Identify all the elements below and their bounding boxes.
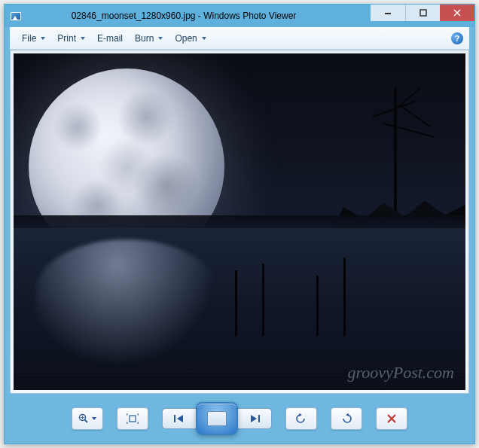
- toolbar: [10, 399, 469, 438]
- navigation-group: [162, 402, 272, 435]
- rotate-cw-icon: [340, 413, 352, 424]
- titlebar[interactable]: 02846_moonset_1280x960.jpg - Windows Pho…: [5, 5, 474, 27]
- menu-open[interactable]: Open: [169, 30, 212, 47]
- maximize-button[interactable]: [405, 5, 440, 21]
- menu-burn[interactable]: Burn: [129, 30, 169, 47]
- help-button[interactable]: ?: [451, 32, 463, 44]
- svg-line-3: [85, 420, 88, 423]
- close-icon: [453, 9, 461, 17]
- menu-email[interactable]: E-mail: [91, 30, 129, 47]
- slideshow-button[interactable]: [196, 402, 238, 435]
- image-viewport: groovyPost.com: [10, 50, 469, 394]
- chevron-down-icon: [92, 417, 96, 420]
- svg-rect-7: [174, 415, 175, 422]
- minimize-button[interactable]: [371, 5, 405, 21]
- menu-open-label: Open: [175, 33, 197, 44]
- next-button[interactable]: [237, 408, 272, 429]
- previous-button[interactable]: [162, 408, 197, 429]
- svg-marker-9: [251, 415, 257, 422]
- menu-print-label: Print: [57, 33, 76, 44]
- window-title: 02846_moonset_1280x960.jpg - Windows Pho…: [27, 11, 371, 21]
- minimize-icon: [384, 9, 392, 17]
- close-button[interactable]: [440, 5, 474, 21]
- maximize-icon: [420, 9, 427, 17]
- menu-file[interactable]: File: [16, 30, 51, 47]
- zoom-button[interactable]: [72, 407, 103, 430]
- rotate-ccw-button[interactable]: [285, 407, 317, 430]
- previous-icon: [172, 414, 186, 423]
- menubar: File Print E-mail Burn Open ?: [10, 27, 469, 50]
- svg-marker-11: [299, 413, 302, 416]
- window-controls: [371, 5, 474, 21]
- chevron-down-icon: [202, 37, 206, 40]
- chevron-down-icon: [158, 37, 163, 40]
- help-icon: ?: [455, 35, 459, 43]
- next-icon: [248, 414, 261, 423]
- menu-burn-label: Burn: [135, 33, 154, 44]
- svg-rect-1: [420, 10, 426, 16]
- slideshow-icon: [207, 411, 227, 426]
- svg-rect-0: [385, 13, 391, 14]
- fit-window-icon: [127, 413, 139, 424]
- menu-email-label: E-mail: [97, 33, 123, 44]
- chevron-down-icon: [41, 37, 45, 40]
- svg-marker-8: [177, 415, 183, 422]
- delete-button[interactable]: [376, 407, 407, 430]
- app-icon: [5, 5, 27, 27]
- photo-viewer-window: 02846_moonset_1280x960.jpg - Windows Pho…: [4, 4, 475, 444]
- magnifier-icon: [78, 413, 89, 424]
- displayed-image[interactable]: groovyPost.com: [14, 53, 465, 390]
- svg-marker-12: [346, 413, 349, 416]
- svg-rect-10: [258, 415, 260, 422]
- delete-icon: [387, 414, 396, 423]
- rotate-cw-button[interactable]: [331, 407, 362, 430]
- chevron-down-icon: [81, 37, 85, 40]
- menu-file-label: File: [22, 33, 36, 44]
- rotate-ccw-icon: [295, 413, 307, 424]
- svg-rect-6: [130, 416, 136, 422]
- menu-print[interactable]: Print: [51, 30, 91, 47]
- fit-window-button[interactable]: [117, 407, 148, 430]
